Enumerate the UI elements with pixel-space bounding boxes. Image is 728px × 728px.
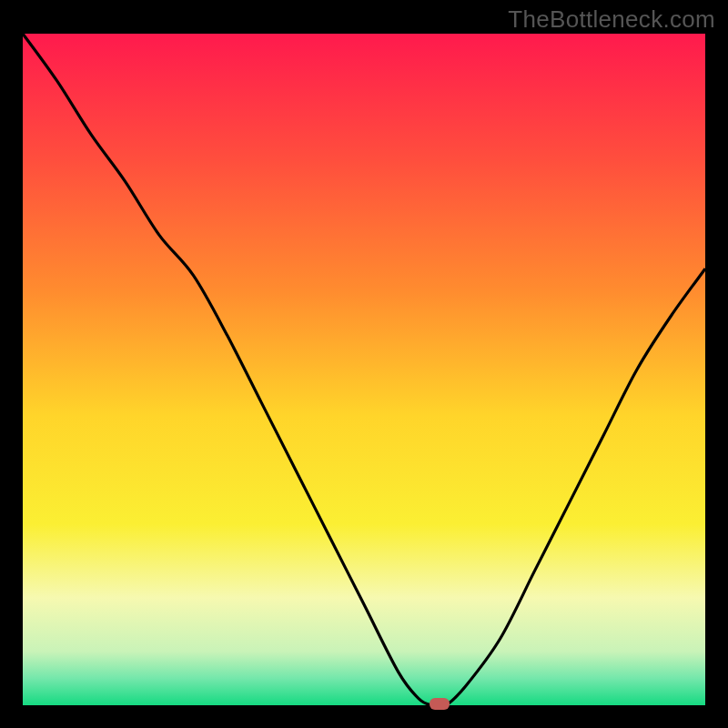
- chart-container: TheBottleneck.com: [0, 0, 728, 728]
- bottleneck-curve-path: [23, 34, 705, 707]
- plot-area: [23, 34, 705, 705]
- watermark-text: TheBottleneck.com: [508, 5, 715, 34]
- curve-layer: [23, 34, 705, 705]
- minimum-marker: [430, 698, 450, 710]
